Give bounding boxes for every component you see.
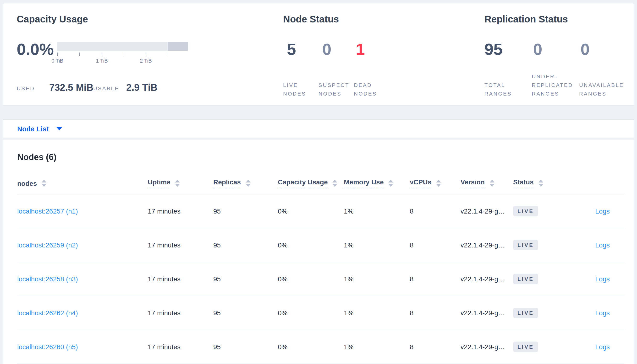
version-cell: v22.1.4-29-g…: [461, 275, 513, 283]
sort-icon[interactable]: [389, 180, 393, 187]
logs-link[interactable]: Logs: [595, 275, 610, 283]
table-row: localhost:26258 (n3) 17 minutes 95 0% 1%…: [17, 262, 624, 296]
axis-tick: [146, 52, 146, 56]
node-address-link[interactable]: localhost:26258 (n3): [17, 275, 78, 283]
vcpus-cell: 8: [410, 275, 461, 283]
column-header-status[interactable]: Status: [513, 178, 568, 188]
dead-nodes-count: 1: [356, 40, 365, 58]
under-replicated-ranges-count: 0: [533, 40, 542, 58]
cluster-summary-card: Capacity Usage 0.0% 0 TiB 1 TiB 2 TiB US…: [3, 3, 634, 106]
node-address-link[interactable]: localhost:26260 (n5): [17, 343, 78, 350]
suspect-nodes-label: SUSPECT NODES: [318, 81, 349, 98]
status-badge: LIVE: [513, 342, 538, 352]
nodes-table-card: Nodes (6) nodes Uptime Replicas Capacity…: [3, 139, 634, 364]
vcpus-cell: 8: [410, 309, 461, 317]
column-header-version[interactable]: Version: [461, 178, 513, 188]
capacity-usage-cell: 0%: [278, 275, 344, 283]
logs-link[interactable]: Logs: [595, 343, 610, 350]
vcpus-cell: 8: [410, 343, 461, 350]
sort-icon[interactable]: [175, 180, 180, 187]
axis-tick: [168, 52, 168, 56]
column-header-capacity-usage[interactable]: Capacity Usage: [278, 178, 344, 188]
node-address-link[interactable]: localhost:26257 (n1): [17, 207, 78, 215]
under-replicated-ranges-label: UNDER- REPLICATED RANGES: [532, 72, 573, 98]
axis-tick: [124, 52, 124, 56]
sort-icon[interactable]: [333, 180, 338, 187]
status-badge: LIVE: [513, 274, 538, 284]
unavailable-ranges-count: 0: [580, 40, 590, 58]
capacity-usage-title: Capacity Usage: [17, 14, 88, 25]
logs-link[interactable]: Logs: [595, 207, 610, 215]
logs-link[interactable]: Logs: [595, 309, 610, 317]
status-badge: LIVE: [513, 308, 538, 318]
column-header-uptime[interactable]: Uptime: [148, 178, 213, 188]
replicas-cell: 95: [213, 275, 278, 283]
unavailable-ranges-label: UNAVAILABLE RANGES: [579, 81, 624, 98]
capacity-bar-reserved-segment: [168, 42, 188, 51]
dead-nodes-label: DEAD NODES: [354, 81, 377, 98]
uptime-cell: 17 minutes: [148, 309, 213, 317]
replicas-cell: 95: [213, 241, 278, 249]
column-header-memory-use[interactable]: Memory Use: [344, 178, 410, 188]
replication-status-section: Replication Status 95 0 0 TOTAL RANGES U…: [484, 3, 637, 106]
version-cell: v22.1.4-29-g…: [461, 207, 513, 215]
memory-use-cell: 1%: [344, 207, 410, 215]
uptime-cell: 17 minutes: [148, 207, 213, 215]
memory-use-cell: 1%: [344, 275, 410, 283]
chevron-down-icon: [57, 127, 62, 130]
vcpus-cell: 8: [410, 207, 461, 215]
cluster-overview-page: Capacity Usage 0.0% 0 TiB 1 TiB 2 TiB US…: [0, 0, 637, 364]
node-status-title: Node Status: [283, 14, 339, 25]
uptime-cell: 17 minutes: [148, 241, 213, 249]
axis-tick-label: 2 TiB: [132, 58, 160, 64]
logs-link[interactable]: Logs: [595, 241, 610, 249]
used-value: 732.5 MiB: [49, 82, 94, 93]
used-label: USED: [17, 86, 35, 91]
node-address-link[interactable]: localhost:26262 (n4): [17, 309, 78, 317]
axis-tick-label: 0 TiB: [43, 58, 72, 64]
axis-tick-label: 1 TiB: [88, 58, 116, 64]
live-nodes-label: LIVE NODES: [283, 81, 306, 98]
axis-tick: [57, 52, 58, 56]
live-nodes-count: 5: [287, 40, 296, 58]
sort-icon[interactable]: [538, 180, 543, 187]
capacity-usage-section: Capacity Usage 0.0% 0 TiB 1 TiB 2 TiB US…: [17, 3, 275, 106]
version-cell: v22.1.4-29-g…: [461, 241, 513, 249]
table-row: localhost:26262 (n4) 17 minutes 95 0% 1%…: [17, 296, 624, 330]
status-badge: LIVE: [513, 240, 538, 250]
total-ranges-count: 95: [484, 40, 503, 58]
replication-status-title: Replication Status: [484, 14, 568, 25]
replicas-cell: 95: [213, 309, 278, 317]
memory-use-cell: 1%: [344, 343, 410, 350]
table-row: localhost:26257 (n1) 17 minutes 95 0% 1%…: [17, 194, 624, 228]
nodes-table-title: Nodes (6): [17, 152, 57, 162]
sort-icon[interactable]: [436, 180, 441, 187]
node-list-dropdown-label[interactable]: Node List: [17, 125, 49, 132]
node-address-link[interactable]: localhost:26259 (n2): [17, 241, 78, 249]
memory-use-cell: 1%: [344, 241, 410, 249]
suspect-nodes-count: 0: [322, 40, 332, 58]
capacity-bar-chart: 0 TiB 1 TiB 2 TiB: [57, 42, 188, 71]
node-list-dropdown[interactable]: Node List: [3, 120, 634, 138]
uptime-cell: 17 minutes: [148, 343, 213, 350]
sort-icon[interactable]: [246, 180, 250, 187]
sort-icon[interactable]: [42, 180, 46, 187]
sort-icon[interactable]: [489, 180, 494, 187]
total-ranges-label: TOTAL RANGES: [484, 81, 512, 98]
nodes-table: nodes Uptime Replicas Capacity Usage Mem…: [3, 172, 634, 364]
status-badge: LIVE: [513, 206, 538, 216]
column-header-nodes[interactable]: nodes: [17, 179, 148, 187]
version-cell: v22.1.4-29-g…: [461, 309, 513, 317]
capacity-percent-value: 0.0%: [17, 40, 54, 58]
table-header-row: nodes Uptime Replicas Capacity Usage Mem…: [17, 172, 624, 194]
column-header-vcpus[interactable]: vCPUs: [410, 178, 461, 188]
node-status-section: Node Status 5 0 1 LIVE NODES SUSPECT NOD…: [283, 3, 474, 106]
axis-tick: [79, 52, 80, 56]
memory-use-cell: 1%: [344, 309, 410, 317]
column-header-replicas[interactable]: Replicas: [213, 178, 278, 188]
table-row: localhost:26260 (n5) 17 minutes 95 0% 1%…: [17, 330, 624, 364]
table-row: localhost:26259 (n2) 17 minutes 95 0% 1%…: [17, 228, 624, 262]
version-cell: v22.1.4-29-g…: [461, 343, 513, 350]
table-body: localhost:26257 (n1) 17 minutes 95 0% 1%…: [3, 194, 634, 364]
replicas-cell: 95: [213, 343, 278, 350]
